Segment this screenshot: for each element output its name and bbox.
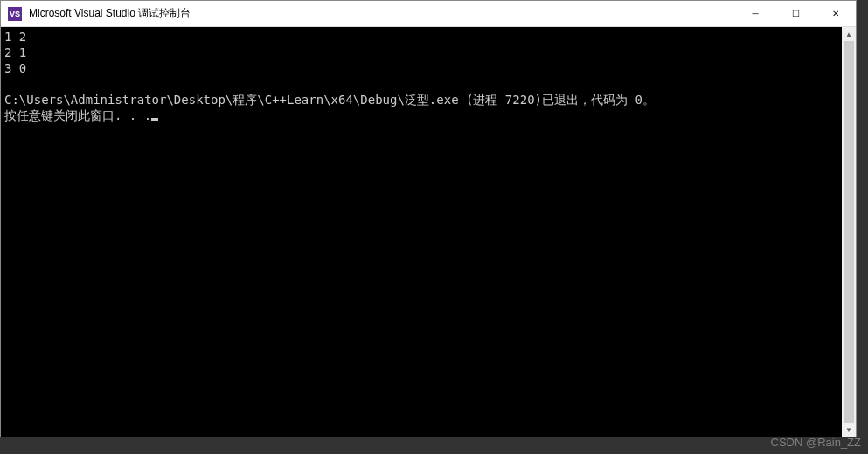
- output-line: 3 0: [4, 61, 26, 75]
- chevron-up-icon: ▲: [845, 31, 852, 38]
- window-title: Microsoft Visual Studio 调试控制台: [29, 6, 735, 21]
- output-line: C:\Users\Administrator\Desktop\程序\C++Lea…: [4, 93, 655, 107]
- scroll-up-button[interactable]: ▲: [842, 27, 856, 41]
- maximize-button[interactable]: ☐: [775, 1, 816, 26]
- minimize-icon: ─: [752, 9, 758, 18]
- watermark: CSDN @Rain_ZZ: [771, 436, 862, 449]
- maximize-icon: ☐: [792, 9, 800, 18]
- minimize-button[interactable]: ─: [735, 1, 775, 26]
- close-button[interactable]: ✕: [816, 1, 856, 26]
- close-icon: ✕: [832, 9, 839, 18]
- console-output[interactable]: 1 2 2 1 3 0 C:\Users\Administrator\Deskt…: [1, 27, 842, 437]
- window-controls: ─ ☐ ✕: [735, 1, 856, 26]
- output-line: 2 1: [4, 45, 26, 59]
- output-line: 按任意键关闭此窗口. . .: [4, 108, 151, 122]
- scroll-down-button[interactable]: ▼: [842, 423, 856, 437]
- titlebar[interactable]: VS Microsoft Visual Studio 调试控制台 ─ ☐ ✕: [1, 1, 856, 27]
- chevron-down-icon: ▼: [845, 426, 852, 434]
- app-icon: VS: [8, 7, 22, 21]
- console-window: VS Microsoft Visual Studio 调试控制台 ─ ☐ ✕ 1…: [0, 0, 857, 437]
- cursor: [151, 118, 158, 121]
- scroll-thumb[interactable]: [844, 41, 854, 423]
- scrollbar[interactable]: ▲ ▼: [842, 27, 856, 437]
- scroll-track[interactable]: [842, 41, 856, 423]
- app-icon-label: VS: [10, 10, 20, 18]
- output-line: 1 2: [4, 30, 26, 44]
- console-body: 1 2 2 1 3 0 C:\Users\Administrator\Deskt…: [1, 27, 856, 437]
